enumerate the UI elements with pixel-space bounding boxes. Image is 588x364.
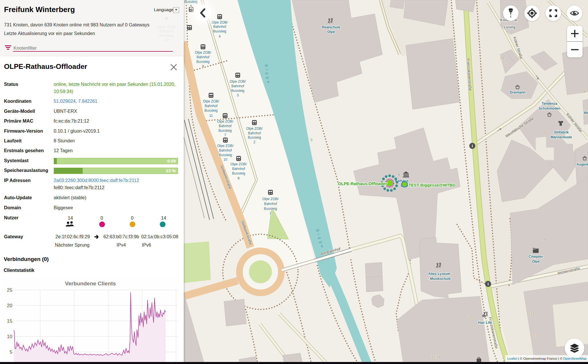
svg-text:We: We	[584, 111, 588, 115]
svg-text:TEST Biggesse@WTBG: TEST Biggesse@WTBG	[409, 183, 456, 187]
svg-text:Altes Lyzeum: Altes Lyzeum	[428, 272, 450, 276]
svg-text:Bahnhof: Bahnhof	[248, 131, 261, 135]
svg-text:Dreimann: Dreimann	[510, 90, 525, 94]
svg-text:17: 17	[506, 62, 510, 66]
svg-text:Olpe ZOB/: Olpe ZOB/	[195, 51, 211, 55]
svg-text:Bahnhof: Bahnhof	[231, 84, 244, 88]
svg-text:15: 15	[7, 318, 12, 324]
svg-text:Bahnhof: Bahnhof	[197, 55, 210, 59]
svg-text:Bussteig: Bussteig	[231, 89, 244, 93]
svg-text:i: i	[472, 144, 473, 148]
svg-text:Bussteig: Bussteig	[213, 29, 226, 33]
svg-text:15: 15	[543, 131, 547, 135]
svg-text:Bussteig: Bussteig	[196, 60, 210, 64]
svg-text:Realschule: Realschule	[322, 25, 340, 29]
svg-text:Olpe ZOB/: Olpe ZOB/	[246, 127, 263, 131]
svg-text:- Musikschule: - Musikschule	[428, 277, 451, 281]
svg-text:Olpe ZOB/: Olpe ZOB/	[217, 144, 234, 148]
svg-text:10: 10	[469, 315, 473, 320]
svg-text:8: 8	[583, 90, 585, 94]
svg-text:Bussteig: Bussteig	[232, 171, 245, 175]
svg-text:2: 2	[254, 140, 256, 144]
svg-text:Olpe ZOB/: Olpe ZOB/	[212, 20, 228, 24]
svg-text:11: 11	[209, 114, 213, 118]
svg-text:Olpe ZOB/: Olpe ZOB/	[217, 119, 233, 123]
svg-text:Bahnhof: Bahnhof	[264, 202, 277, 206]
svg-text:Hair Life: Hair Life	[478, 321, 492, 325]
svg-text:10: 10	[223, 158, 227, 162]
svg-text:Olpe ZOB/: Olpe ZOB/	[231, 162, 247, 166]
svg-text:20: 20	[7, 303, 12, 308]
svg-text:Bahnhof: Bahnhof	[213, 25, 226, 29]
svg-text:1: 1	[270, 211, 272, 215]
svg-text:Bussteig: Bussteig	[204, 109, 218, 113]
svg-text:Bussteig: Bussteig	[219, 153, 232, 157]
svg-text:4: 4	[219, 34, 221, 38]
svg-text:5: 5	[311, 138, 313, 142]
svg-text:Bussteig: Bussteig	[264, 207, 277, 211]
svg-text:Verbundene Clients: Verbundene Clients	[65, 280, 116, 286]
svg-text:3: 3	[237, 93, 239, 97]
svg-text:9: 9	[543, 238, 546, 242]
svg-text:Cineplex: Cineplex	[529, 255, 543, 259]
svg-text:Olpe ZOB/: Olpe ZOB/	[230, 80, 246, 84]
svg-text:19: 19	[500, 56, 504, 60]
svg-text:Bahnhof: Bahnhof	[219, 124, 232, 128]
svg-text:13: 13	[535, 334, 539, 338]
svg-text:Bahnhof: Bahnhof	[232, 167, 245, 171]
svg-text:12-14: 12-14	[432, 355, 441, 359]
svg-text:6: 6	[238, 176, 240, 180]
svg-text:Augenb: Augenb	[577, 162, 588, 166]
svg-text:Olpe ZOB/: Olpe ZOB/	[262, 197, 279, 201]
svg-text:Lüning: Lüning	[504, 25, 515, 29]
svg-text:5: 5	[521, 168, 523, 172]
svg-text:Schuhmoden: Schuhmoden	[539, 107, 560, 111]
svg-text:Bussteig: Bussteig	[218, 129, 232, 133]
svg-text:Stilfabrik: Stilfabrik	[554, 130, 569, 134]
svg-text:25: 25	[7, 287, 12, 293]
svg-text:Bussteig: Bussteig	[248, 135, 261, 140]
svg-text:5: 5	[10, 349, 12, 355]
svg-text:6: 6	[398, 173, 400, 177]
svg-text:11: 11	[531, 312, 534, 316]
svg-text:7: 7	[224, 133, 226, 137]
svg-text:Männermode: Männermode	[551, 135, 572, 139]
svg-text:Bahnhof: Bahnhof	[219, 148, 232, 152]
svg-text:Olpe ZOB/: Olpe ZOB/	[203, 99, 219, 103]
svg-text:8: 8	[202, 64, 204, 68]
svg-text:9: 9	[190, 4, 192, 8]
svg-text:OLPE-Rathaus-Offloader: OLPE-Rathaus-Offloader	[338, 181, 387, 186]
svg-text:Olpe: Olpe	[327, 30, 335, 34]
svg-text:Olpe: Olpe	[532, 260, 540, 264]
svg-text:Tendenza: Tendenza	[542, 102, 558, 106]
svg-text:Bahnhof: Bahnhof	[205, 104, 218, 108]
svg-text:Bussteig: Bussteig	[184, 0, 198, 4]
svg-text:i: i	[488, 282, 489, 286]
svg-text:10: 10	[7, 334, 12, 339]
